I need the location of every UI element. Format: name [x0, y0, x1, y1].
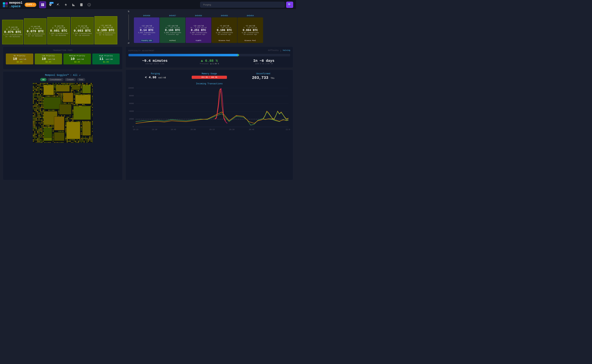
nav-chart[interactable] — [70, 1, 77, 8]
nav-bar: beta i — [39, 1, 93, 8]
mempool-block-1[interactable]: ~8 sat/vB 8 - 8 sat/vB 0.076 BTC 7,774 t… — [2, 20, 23, 44]
cb-sat-range: 13 - 103 sat/vB — [166, 27, 180, 29]
unconfirmed-val: 203,733 TXs — [236, 76, 290, 80]
cb-sat-rate: ~8 sat/vB — [246, 25, 255, 27]
conf-block-2[interactable]: ~15 sat/vB 13 - 103 sat/vB 0.166 BTC 5,8… — [160, 17, 185, 43]
x-label-1945: 19:45 — [171, 129, 176, 131]
conf-block-1[interactable]: ~13 sat/vB 12 - 260 sat/vB 0.14 BTC 5,63… — [134, 17, 160, 43]
time-est: In ~18 minutes — [75, 34, 90, 36]
conf-block-5[interactable]: ~8 sat/vB 8 - 134 sat/vB 0.084 BTC 4,267… — [238, 17, 263, 43]
x-label-1915: 19:15 — [133, 129, 139, 131]
cb-sat-rate: ~13 sat/vB — [141, 25, 152, 27]
swap-icon[interactable]: ⇄ — [128, 41, 129, 45]
filter-consolidation[interactable]: Consolidation — [47, 78, 64, 81]
time-est: In ~37 minutes — [28, 35, 43, 37]
beta-badge: beta — [49, 2, 53, 4]
fee-tier-no-priority-label: No Priority — [7, 55, 32, 57]
diff-label: DIFFICULTY ADJUSTMENT — [128, 50, 154, 52]
y-label-6000: 6000 — [129, 103, 134, 104]
filter-coinjoin[interactable]: Coinjoin — [65, 78, 76, 81]
fee-tier-high-priority[interactable]: High Priority 11 sat/vB $1.05 — [92, 53, 120, 65]
diff-links: difficulty | halving — [268, 49, 290, 52]
right-panel: DIFFICULTY ADJUSTMENT difficulty | halvi… — [126, 46, 293, 180]
fee-usd-high-priority: $1.05 — [94, 61, 118, 63]
stat-unconfirmed: Unconfirmed 203,733 TXs — [236, 72, 290, 80]
nav-dashboard[interactable] — [39, 1, 46, 8]
goggles-panel: Mempool Goggles™ : All ↗ All Consolidati… — [3, 71, 123, 180]
search-input[interactable] — [200, 2, 285, 7]
diff-link-halving[interactable]: halving — [283, 49, 290, 52]
nav-info[interactable]: i — [86, 1, 93, 8]
goggles-title[interactable]: Mempool Goggles™ : All ↗ — [5, 74, 120, 77]
fee-tier-med-priority[interactable]: Medium Priority 10 sat/vB $0.95 — [63, 53, 91, 65]
conf-block-wrapper-2: 845457 ~15 sat/vB 13 - 103 sat/vB 0.166 … — [160, 15, 185, 43]
x-label-2100: 21:00 — [286, 129, 290, 131]
mempool-pending-blocks: ~8 sat/vB 8 - 8 sat/vB 0.076 BTC 7,774 t… — [0, 9, 123, 45]
chart-svg: 10000 8000 6000 4000 2000 0 — [128, 86, 290, 132]
transaction-fees-panel: TRANSACTION FEES No Priority 10 sat/vB $… — [3, 46, 123, 70]
cb-sat-rate: ~15 sat/vB — [167, 25, 178, 27]
cb-ago: Just now — [143, 34, 150, 35]
fee-tier-low-priority-label: Low Priority — [36, 55, 61, 57]
adjustment-label: Previous: ▲ 1.48 % — [183, 63, 236, 65]
eta-date: June 5 at 2:06 AM — [238, 63, 290, 65]
fee-usd-med-priority: $0.95 — [65, 61, 89, 63]
conf-block-wrapper-5: 845454 ~8 sat/vB 8 - 134 sat/vB 0.084 BT… — [238, 15, 263, 43]
mempool-block-3[interactable]: ~8 sat/vB 8 - 8 sat/vB 0.081 BTC 7,092 t… — [47, 17, 70, 44]
block-number-1[interactable]: 845458 — [143, 15, 150, 17]
goggles-grid — [33, 83, 93, 143]
unconfirmed-label: Unconfirmed — [236, 72, 290, 75]
block-number-5[interactable]: 845454 — [247, 15, 254, 17]
avg-block-time-val: ~9.4 minutes — [128, 59, 181, 63]
sat-range: 8 - 8 sat/vB — [29, 28, 42, 30]
nav-rocket[interactable]: beta — [47, 1, 54, 8]
right-green-spikes — [263, 112, 288, 119]
diff-stats: ~9.4 minutes Average block time ▲ 6.88 %… — [128, 59, 290, 65]
sat-rate: ~8 sat/vB — [54, 25, 63, 27]
fee-tier-low-priority[interactable]: Low Priority 10 sat/vB $0.95 — [35, 53, 62, 65]
diff-stat-block-time: ~9.4 minutes Average block time — [128, 59, 181, 65]
purging-val: < 4.98 sat/vB — [128, 76, 182, 79]
nav-docs[interactable] — [78, 1, 85, 8]
search-area: 🔍 — [200, 2, 293, 8]
btc-network-selector[interactable]: ₿ BTC ▾ — [25, 3, 36, 7]
fee-tier-no-priority[interactable]: No Priority 10 sat/vB $0.95 — [6, 53, 33, 65]
fee-usd-low-priority: $0.95 — [36, 61, 61, 63]
y-label-2000: 2000 — [129, 118, 134, 120]
memory-label: Memory Usage — [182, 72, 236, 75]
stats-row: Purging < 4.98 sat/vB Memory Usage 954 M… — [128, 72, 290, 80]
purging-label: Purging — [128, 72, 182, 75]
nav-tools[interactable] — [55, 1, 62, 8]
incoming-title: Incoming Transactions — [128, 83, 290, 85]
conf-block-3[interactable]: ~19 sat/vB 16 - 3,210 sat/vB 0.251 BTC 2… — [186, 17, 211, 43]
block-number-3[interactable]: 845456 — [195, 15, 202, 17]
tx-fees-label: TRANSACTION FEES — [6, 49, 120, 51]
mempool-block-2[interactable]: ~8 sat/vB 8 - 8 sat/vB 0.079 BTC 2,299 t… — [24, 18, 47, 44]
blocks-divider: ⇅ ⇄ — [123, 9, 134, 45]
diff-link-difficulty[interactable]: difficulty — [268, 49, 279, 52]
btc-icon: ₿ — [27, 3, 28, 6]
tx-count: 7,185 transactions — [73, 32, 92, 34]
block-number-2[interactable]: 845457 — [169, 15, 176, 17]
cb-txcount: 5,858 transactions — [164, 32, 181, 34]
search-button[interactable]: 🔍 — [286, 2, 293, 8]
svg-rect-1 — [43, 3, 44, 5]
cb-pool: ViaBTC — [194, 39, 202, 42]
mempool-block-5[interactable]: ~11 sat/vB 9 - 62 sat/vB 0.109 BTC 4,886… — [94, 16, 117, 44]
fee-sat-low-priority: 10 sat/vB — [36, 57, 61, 61]
progress-bar-fill — [128, 54, 238, 56]
goggles-canvas — [33, 83, 93, 143]
svg-rect-3 — [43, 5, 44, 6]
tx-count: 7,774 transactions — [3, 34, 22, 36]
sat-rate: ~8 sat/vB — [78, 25, 87, 27]
blocks-section: ~8 sat/vB 8 - 8 sat/vB 0.076 BTC 7,774 t… — [0, 9, 296, 45]
header: mempool.space ₿ BTC ▾ beta i — [0, 0, 296, 9]
filter-all[interactable]: All — [40, 78, 47, 81]
sort-icon[interactable]: ⇅ — [128, 9, 129, 13]
filter-data[interactable]: Data — [77, 78, 85, 81]
block-number-4[interactable]: 845455 — [221, 15, 228, 17]
sat-range: 8 - 8 sat/vB — [6, 28, 19, 30]
conf-block-4[interactable]: ~9 sat/vB 8 - 437 sat/vB 0.106 BTC 4,786… — [212, 17, 237, 43]
nav-lightning[interactable] — [62, 1, 69, 8]
mempool-block-4[interactable]: ~8 sat/vB 8 - 9 sat/vB 0.083 BTC 7,185 t… — [71, 17, 94, 44]
